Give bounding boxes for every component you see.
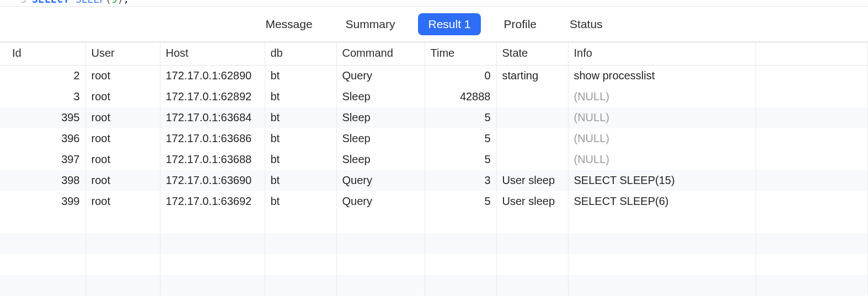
col-header-id[interactable]: Id	[0, 42, 85, 66]
cell-padding	[756, 170, 868, 191]
col-header-host[interactable]: Host	[160, 42, 265, 66]
cell-info: (NULL)	[568, 128, 756, 149]
tab-profile[interactable]: Profile	[494, 13, 547, 35]
cell-padding	[756, 66, 868, 86]
cell-time: 0	[425, 66, 496, 86]
cell-info: (NULL)	[568, 149, 756, 170]
cell-command: Query	[336, 191, 425, 212]
cell-empty	[568, 212, 756, 233]
cell-empty	[160, 212, 265, 233]
cell-empty	[265, 254, 336, 275]
cell-state: starting	[496, 66, 568, 86]
table-row[interactable]: 3root172.17.0.1:62892btSleep42888(NULL)	[0, 86, 868, 107]
cell-id: 398	[0, 170, 85, 191]
cell-info: SELECT SLEEP(15)	[568, 170, 756, 191]
tab-status[interactable]: Status	[560, 13, 613, 35]
cell-empty	[756, 254, 868, 275]
table-row[interactable]: 395root172.17.0.1:63684btSleep5(NULL)	[0, 107, 868, 128]
cell-db: bt	[265, 128, 336, 149]
cell-padding	[756, 86, 868, 107]
cell-host: 172.17.0.1:63686	[160, 128, 265, 149]
cell-empty	[160, 254, 265, 275]
cell-empty	[160, 275, 265, 296]
cell-time: 5	[425, 149, 496, 170]
col-header-db[interactable]: db	[265, 42, 336, 66]
cell-db: bt	[265, 191, 336, 212]
cell-db: bt	[265, 86, 336, 107]
tab-message[interactable]: Message	[255, 13, 322, 35]
col-header-state[interactable]: State	[496, 42, 568, 66]
cell-empty	[496, 275, 568, 296]
table-row[interactable]: 2root172.17.0.1:62890btQuery0startingsho…	[0, 66, 868, 86]
cell-state	[496, 128, 568, 149]
cell-empty	[568, 275, 756, 296]
cell-empty	[568, 233, 756, 254]
cell-empty	[0, 275, 85, 296]
cell-padding	[756, 191, 868, 212]
tab-summary[interactable]: Summary	[336, 13, 405, 35]
cell-db: bt	[265, 66, 336, 86]
cell-info: show processlist	[568, 66, 756, 86]
cell-info: SELECT SLEEP(6)	[568, 191, 756, 212]
cell-empty	[85, 254, 160, 275]
cell-info: (NULL)	[568, 107, 756, 128]
cell-user: root	[85, 107, 160, 128]
result-tabs-bar: MessageSummaryResult 1ProfileStatus	[0, 7, 868, 42]
cell-empty	[756, 212, 868, 233]
cell-command: Sleep	[336, 107, 425, 128]
table-row[interactable]: 397root172.17.0.1:63688btSleep5(NULL)	[0, 149, 868, 170]
sql-function: SLEEP	[76, 0, 105, 5]
cell-empty	[496, 254, 568, 275]
cell-user: root	[85, 149, 160, 170]
table-row[interactable]: 396root172.17.0.1:63686btSleep5(NULL)	[0, 128, 868, 149]
cell-empty	[0, 212, 85, 233]
cell-empty	[85, 212, 160, 233]
sql-keyword: SELECT	[32, 0, 69, 5]
cell-empty	[425, 275, 496, 296]
cell-empty	[85, 233, 160, 254]
col-header-command[interactable]: Command	[336, 42, 425, 66]
cell-time: 5	[425, 191, 496, 212]
cell-empty	[568, 254, 756, 275]
line-number: 5	[15, 0, 26, 5]
cell-time: 3	[425, 170, 496, 191]
cell-empty	[336, 233, 425, 254]
sql-editor-line: 5 SELECT SLEEP(9);	[0, 0, 129, 5]
cell-state: User sleep	[496, 170, 568, 191]
cell-user: root	[85, 86, 160, 107]
cell-id: 397	[0, 149, 85, 170]
col-header-user[interactable]: User	[85, 42, 160, 66]
col-header-time[interactable]: Time	[425, 42, 496, 66]
cell-command: Query	[336, 170, 425, 191]
cell-state	[496, 86, 568, 107]
cell-empty	[336, 254, 425, 275]
table-row-empty	[0, 233, 868, 254]
cell-state	[496, 107, 568, 128]
cell-empty	[425, 233, 496, 254]
cell-command: Sleep	[336, 128, 425, 149]
cell-user: root	[85, 170, 160, 191]
tab-result-1[interactable]: Result 1	[418, 13, 480, 35]
cell-empty	[425, 212, 496, 233]
cell-host: 172.17.0.1:63692	[160, 191, 265, 212]
cell-id: 395	[0, 107, 85, 128]
cell-empty	[160, 233, 265, 254]
cell-db: bt	[265, 170, 336, 191]
cell-host: 172.17.0.1:62892	[160, 86, 265, 107]
cell-padding	[756, 107, 868, 128]
cell-id: 396	[0, 128, 85, 149]
cell-empty	[265, 275, 336, 296]
col-header-info[interactable]: Info	[568, 42, 756, 66]
cell-id: 399	[0, 191, 85, 212]
cell-state	[496, 149, 568, 170]
cell-db: bt	[265, 107, 336, 128]
result-table: IdUserHostdbCommandTimeStateInfo 2root17…	[0, 42, 868, 296]
cell-time: 5	[425, 128, 496, 149]
cell-padding	[756, 128, 868, 149]
cell-empty	[0, 254, 85, 275]
cell-id: 2	[0, 66, 85, 86]
cell-padding	[756, 149, 868, 170]
table-row[interactable]: 398root172.17.0.1:63690btQuery3User slee…	[0, 170, 868, 191]
table-row[interactable]: 399root172.17.0.1:63692btQuery5User slee…	[0, 191, 868, 212]
cell-host: 172.17.0.1:63688	[160, 149, 265, 170]
